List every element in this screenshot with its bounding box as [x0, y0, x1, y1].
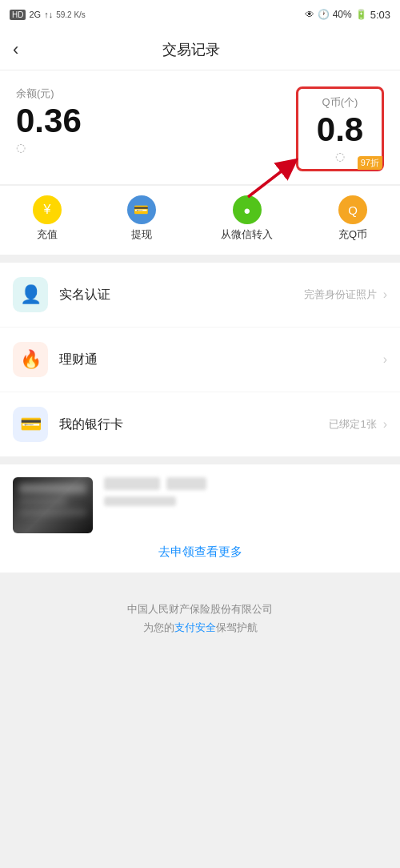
- withdraw-label: 提现: [131, 227, 152, 242]
- page-title: 交易记录: [18, 40, 363, 59]
- ad-actions: 去申领 查看更多: [158, 541, 242, 560]
- status-right: 👁 🕐 40% 🔋 5:03: [305, 9, 390, 21]
- header: ‹ 交易记录: [0, 29, 400, 70]
- clock-icon: 🕐: [318, 9, 330, 20]
- status-bar: HD 2G ↑↓ 59.2 K/s 👁 🕐 40% 🔋 5:03: [0, 0, 400, 29]
- balance-section: 余额(元) 0.36 ◌ Q币(个) 0.8 ◌ 97折: [0, 70, 400, 184]
- real-name-chevron: ›: [383, 287, 387, 302]
- action-recharge[interactable]: ¥ 充值: [33, 195, 62, 242]
- back-button[interactable]: ‹: [13, 39, 18, 60]
- qcoin-charge-icon: Q: [338, 195, 367, 224]
- ad-thumbnail: [13, 477, 93, 533]
- battery-level: 40%: [333, 9, 352, 20]
- action-charge-qcoin[interactable]: Q 充Q币: [338, 195, 367, 242]
- recharge-icon: ¥: [33, 195, 62, 224]
- hd-badge: HD: [10, 10, 26, 20]
- wechat-label: 从微信转入: [221, 227, 273, 242]
- blurred-overlay: [19, 484, 86, 527]
- time-display: 5:03: [370, 9, 390, 21]
- bank-card-sub: 已绑定1张: [329, 417, 376, 432]
- menu-section: 👤 实名认证 完善身份证照片 › 🔥 理财通 › 💳 我的银行卡 已绑定1张 ›: [0, 263, 400, 456]
- qcoin-charge-label: 充Q币: [338, 227, 367, 242]
- eye-icon: 👁: [305, 9, 314, 20]
- footer-tagline: 为您的支付安全保驾护航: [13, 618, 387, 637]
- apply-link[interactable]: 去申领: [158, 545, 194, 560]
- balance-refresh-icon[interactable]: ◌: [16, 141, 26, 154]
- action-buttons: ¥ 充值 💳 提现 ● 从微信转入 Q 充Q币: [0, 186, 400, 255]
- wechat-icon: ●: [233, 195, 262, 224]
- view-more-link[interactable]: 查看更多: [194, 545, 242, 560]
- qcoin-label: Q币(个): [311, 95, 369, 110]
- withdraw-icon: 💳: [127, 195, 156, 224]
- menu-item-finance[interactable]: 🔥 理财通 ›: [0, 328, 400, 392]
- blur-pill-2: [166, 477, 206, 490]
- qcoin-amount: 0.8: [311, 113, 369, 147]
- ad-content: [13, 477, 387, 533]
- bank-card-label: 我的银行卡: [59, 416, 329, 433]
- finance-chevron: ›: [383, 352, 387, 367]
- menu-item-real-name[interactable]: 👤 实名认证 完善身份证照片 ›: [0, 263, 400, 328]
- finance-icon: 🔥: [13, 342, 48, 377]
- ad-blurred-text-2: [104, 496, 387, 506]
- bank-card-chevron: ›: [383, 417, 387, 432]
- blur-pill-1: [104, 477, 160, 490]
- qcoin-discount-badge: 97折: [358, 156, 382, 170]
- ad-blurred-text: [104, 477, 387, 490]
- qcoin-box: Q币(个) 0.8 ◌ 97折: [296, 86, 384, 171]
- footer-suffix: 保驾护航: [216, 621, 258, 633]
- footer-safety-link[interactable]: 支付安全: [174, 621, 216, 633]
- finance-label: 理财通: [59, 352, 377, 368]
- ad-section: 去申领 查看更多: [0, 464, 400, 573]
- balance-label: 余额(元): [16, 86, 54, 101]
- footer-company: 中国人民财产保险股份有限公司: [13, 600, 387, 618]
- real-name-sub: 完善身份证照片: [304, 287, 377, 302]
- menu-item-bank-card[interactable]: 💳 我的银行卡 已绑定1张 ›: [0, 392, 400, 456]
- status-left: HD 2G ↑↓ 59.2 K/s: [10, 10, 86, 20]
- signal-bars: ↑↓: [44, 10, 53, 19]
- ad-image: [13, 477, 93, 533]
- real-name-icon: 👤: [13, 277, 48, 312]
- recharge-label: 充值: [37, 227, 58, 242]
- balance-amount: 0.36: [16, 104, 82, 138]
- signal-text: 2G: [29, 10, 41, 19]
- battery-icon: 🔋: [355, 9, 367, 20]
- action-wechat-transfer[interactable]: ● 从微信转入: [221, 195, 273, 242]
- bank-card-icon: 💳: [13, 407, 48, 442]
- balance-left: 余额(元) 0.36 ◌: [16, 86, 296, 154]
- network-speed: 59.2 K/s: [56, 10, 86, 19]
- ad-info: [104, 477, 387, 533]
- real-name-label: 实名认证: [59, 287, 304, 303]
- blur-pill-3: [104, 496, 176, 506]
- footer-section: 中国人民财产保险股份有限公司 为您的支付安全保驾护航: [0, 581, 400, 650]
- action-withdraw[interactable]: 💳 提现: [127, 195, 156, 242]
- footer-prefix: 为您的: [143, 621, 174, 633]
